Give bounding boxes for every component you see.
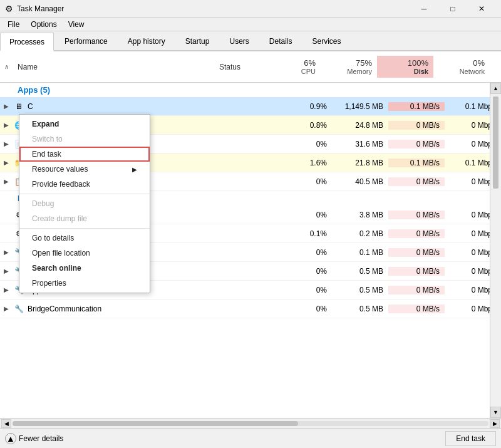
menu-bar: File Options View — [0, 18, 501, 31]
ctx-separator-2 — [19, 228, 150, 229]
col-status-header: Status — [214, 60, 271, 74]
row-name: BridgeCommunication — [25, 305, 225, 313]
main-content: ∧ Name Status 6% CPU 75% Memory 100% Dis… — [0, 51, 501, 428]
expand-arrow[interactable]: ▶ — [0, 178, 13, 185]
ctx-go-to-details[interactable]: Go to details — [19, 231, 150, 246]
ctx-provide-feedback[interactable]: Provide feedback — [19, 177, 150, 192]
row-cpu: 0.8% — [282, 121, 332, 130]
row-memory: 0.5 MB — [332, 286, 388, 294]
row-memory: 0.5 MB — [332, 305, 388, 313]
hscroll-left-button[interactable]: ◀ — [1, 419, 11, 428]
sort-arrow: ∧ — [0, 63, 13, 70]
app-icon-cell: 🖥 — [13, 102, 25, 111]
row-disk: 0 MB/s — [388, 211, 445, 219]
tab-app-history[interactable]: App history — [118, 31, 175, 50]
ctx-search-online[interactable]: Search online — [19, 261, 150, 276]
row-memory: 40.5 MB — [332, 177, 388, 186]
apps-section-header: Apps (5) — [0, 83, 501, 97]
horizontal-scrollbar[interactable]: ◀ ▶ — [0, 418, 501, 428]
tab-bar: Processes Performance App history Startu… — [0, 31, 501, 51]
scroll-down-button[interactable]: ▼ — [490, 407, 501, 418]
col-cpu-header[interactable]: 6% CPU — [271, 56, 321, 78]
expand-arrow[interactable]: ▶ — [0, 268, 13, 274]
vertical-scrollbar[interactable]: ▲ ▼ — [490, 83, 501, 418]
col-network-header[interactable]: 0% Network — [433, 56, 490, 78]
ctx-properties[interactable]: Properties — [19, 276, 150, 291]
minimize-button[interactable]: ─ — [410, 0, 438, 18]
fewer-details-button[interactable]: ▲ Fewer details — [5, 433, 63, 444]
row-memory: 24.8 MB — [332, 121, 388, 130]
row-disk: 0.1 MB/s — [388, 102, 445, 111]
row-disk: 0 MB/s — [388, 286, 445, 294]
col-name-header[interactable]: Name — [13, 58, 214, 76]
tab-details[interactable]: Details — [260, 31, 302, 50]
tab-startup[interactable]: Startup — [176, 31, 219, 50]
service-icon-cell: 🔧 — [13, 305, 25, 313]
row-cpu: 0% — [282, 140, 332, 148]
table-row[interactable]: ▶ 🖥 C 0.9% 1,149.5 MB 0.1 MB/s 0.1 Mbps — [0, 97, 501, 116]
row-disk: 0 MB/s — [388, 248, 445, 257]
col-disk-header[interactable]: 100% Disk — [377, 56, 433, 78]
fewer-details-label: Fewer details — [19, 434, 63, 443]
row-disk: 0 MB/s — [388, 229, 445, 238]
ctx-switch-to: Switch to — [19, 132, 150, 147]
submenu-arrow: ▶ — [132, 166, 137, 173]
table-row[interactable]: ▶ 🔧 BridgeCommunication 0% 0.5 MB 0 MB/s… — [0, 300, 501, 318]
row-disk: 0 MB/s — [388, 267, 445, 276]
expand-arrow[interactable]: ▶ — [0, 249, 13, 256]
window-controls: ─ □ ✕ — [410, 0, 496, 18]
menu-file[interactable]: File — [3, 19, 24, 30]
ctx-open-file-location[interactable]: Open file location — [19, 246, 150, 261]
tab-services[interactable]: Services — [303, 31, 351, 50]
menu-view[interactable]: View — [63, 19, 90, 30]
row-cpu: 1.6% — [282, 159, 332, 167]
col-name-label: Name — [18, 63, 38, 71]
tab-performance[interactable]: Performance — [55, 31, 117, 50]
tab-users[interactable]: Users — [220, 31, 258, 50]
row-cpu: 0% — [282, 177, 332, 186]
column-headers: ∧ Name Status 6% CPU 75% Memory 100% Dis… — [0, 51, 501, 83]
row-memory: 0.5 MB — [332, 267, 388, 276]
ctx-debug: Debug — [19, 196, 150, 211]
col-memory-header[interactable]: 75% Memory — [321, 56, 377, 78]
end-task-button[interactable]: End task — [445, 431, 496, 446]
row-name: C — [25, 102, 225, 111]
ctx-resource-values[interactable]: Resource values ▶ — [19, 162, 150, 177]
expand-arrow[interactable]: ▶ — [0, 286, 13, 293]
ctx-end-task[interactable]: End task — [19, 147, 150, 162]
window-title: Task Manager — [17, 4, 64, 13]
row-memory: 31.6 MB — [332, 140, 388, 148]
hscroll-track[interactable] — [13, 421, 488, 426]
expand-arrow[interactable]: ▶ — [0, 159, 13, 166]
ctx-expand[interactable]: Expand — [19, 117, 150, 132]
close-button[interactable]: ✕ — [467, 0, 496, 18]
tab-processes[interactable]: Processes — [0, 33, 54, 51]
expand-arrow[interactable]: ▶ — [0, 122, 13, 128]
row-memory: 0.2 MB — [332, 229, 388, 238]
expand-arrow[interactable]: ▶ — [0, 140, 13, 147]
row-cpu: 0% — [282, 286, 332, 294]
app-icon: ⚙ — [5, 4, 13, 14]
title-bar: ⚙ Task Manager ─ □ ✕ — [0, 0, 501, 18]
row-cpu: 0.9% — [282, 102, 332, 111]
row-disk: 0 MB/s — [388, 177, 445, 186]
row-cpu: 0% — [282, 248, 332, 257]
menu-options[interactable]: Options — [26, 19, 61, 30]
row-memory: 21.8 MB — [332, 159, 388, 167]
row-memory: 0.1 MB — [332, 248, 388, 257]
hscroll-right-button[interactable]: ▶ — [490, 419, 500, 428]
ctx-separator-1 — [19, 194, 150, 194]
hscroll-thumb[interactable] — [13, 421, 298, 426]
scroll-up-button[interactable]: ▲ — [490, 83, 501, 94]
table-body: Apps (5) ▶ 🖥 C 0.9% 1,149.5 MB 0.1 MB/s … — [0, 83, 501, 418]
row-cpu: 0% — [282, 211, 332, 219]
expand-arrow[interactable]: ▶ — [0, 305, 13, 312]
maximize-button[interactable]: □ — [438, 0, 467, 18]
row-cpu: 0% — [282, 305, 332, 313]
fewer-details-arrow: ▲ — [5, 433, 16, 444]
row-cpu: 0.1% — [282, 229, 332, 238]
context-menu: Expand Switch to End task Resource value… — [19, 114, 150, 293]
expand-arrow[interactable]: ▶ — [0, 103, 13, 110]
scroll-thumb[interactable] — [493, 96, 498, 189]
row-disk: 0.1 MB/s — [388, 159, 445, 167]
